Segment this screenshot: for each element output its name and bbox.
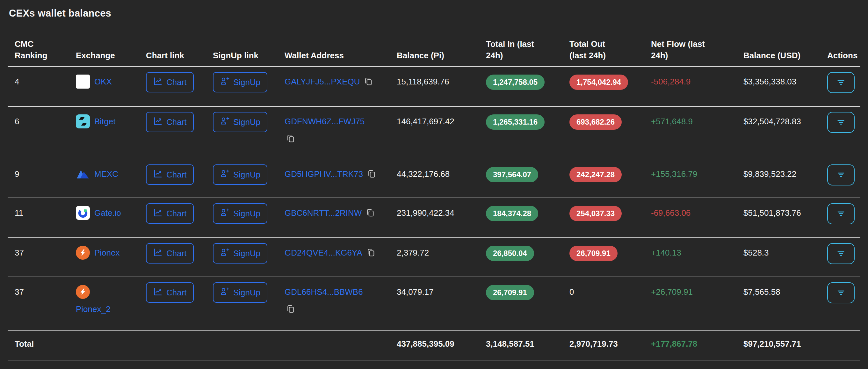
signup-link-button[interactable]: SignUp [213,72,267,92]
cmc-ranking-value: 11 [8,208,76,218]
mexc-logo-icon [76,167,90,181]
chart-link-button[interactable]: Chart [146,203,194,224]
signup-link-button[interactable]: SignUp [213,112,267,132]
chart-link-button[interactable]: Chart [146,164,194,185]
chart-link-button[interactable]: Chart [146,112,194,132]
wallet-cell: GD5HGPHV...TRK73 [284,169,397,181]
signup-link-button[interactable]: SignUp [213,282,267,303]
balance-usd-value: $7,565.58 [743,287,827,297]
line-chart-icon [153,208,162,220]
filter-lines-icon [836,169,846,181]
pionex-logo-icon [76,285,90,299]
copy-icon[interactable] [367,169,376,181]
wallet-address-link[interactable]: GBC6NRTT...2RINW [284,208,362,218]
wallet-cell: GALYJFJ5...PXEQU [284,76,397,88]
col-cmc-ranking: CMC Ranking [8,38,49,61]
filter-lines-icon [836,208,846,220]
actions-button[interactable] [827,282,855,303]
exchange-link[interactable]: MEXC [94,169,118,179]
balance-pi-value: 44,322,176.68 [397,169,486,179]
actions-button[interactable] [827,164,855,185]
total-in-badge: 1,247,758.05 [486,74,545,90]
chart-button-label: Chart [166,209,187,219]
balance-pi-value: 15,118,639.76 [397,76,486,87]
bitget-logo-icon [76,114,90,128]
line-chart-icon [153,116,162,128]
line-chart-icon [153,169,162,181]
col-wallet-address: Wallet Address [284,50,397,61]
chart-link-button[interactable]: Chart [146,282,194,303]
balance-pi-value: 34,079.17 [397,287,486,297]
signup-link-button[interactable]: SignUp [213,164,267,185]
filter-lines-icon [836,248,846,260]
wallet-cell: GBC6NRTT...2RINW [284,208,397,220]
wallet-cell: GDL66HS4...BBWB6 [284,287,397,316]
balance-pi-value: 2,379.72 [397,248,486,258]
cmc-ranking-value: 6 [8,116,76,126]
filter-lines-icon [836,77,846,89]
total-out-badge: 254,037.33 [569,206,622,221]
exchange-link[interactable]: Gate.io [94,208,121,218]
chart-link-button[interactable]: Chart [146,72,194,92]
person-add-icon [220,169,229,181]
wallet-cell: GD24QVE4...KG6YA [284,248,397,259]
actions-button[interactable] [827,112,855,133]
balance-usd-value: $32,504,728.83 [743,116,827,126]
table-header: CMC Ranking Exchange Chart link SignUp l… [8,19,860,67]
chart-button-label: Chart [166,249,187,258]
chart-button-label: Chart [166,78,187,87]
total-balance-usd: $97,210,557.71 [743,339,827,349]
balance-usd-value: $9,839,523.22 [743,169,827,179]
exchange-link[interactable]: Pionex_2 [76,304,141,314]
wallet-address-link[interactable]: GD5HGPHV...TRK73 [284,169,363,179]
total-out-badge: 242,247.28 [569,167,622,182]
chart-button-label: Chart [166,170,187,180]
page-title: CEXs wallet balances [9,8,860,19]
total-out-badge: 1,754,042.94 [569,74,628,90]
net-flow-value: -69,663.06 [651,208,743,218]
chart-link-button[interactable]: Chart [146,243,194,264]
copy-icon[interactable] [366,248,376,259]
actions-button[interactable] [827,72,855,93]
actions-button[interactable] [827,203,855,224]
signup-link-button[interactable]: SignUp [213,203,267,224]
line-chart-icon [153,76,162,88]
signup-button-label: SignUp [233,249,260,258]
gate-logo-icon [76,206,90,220]
net-flow-value: -506,284.9 [651,76,743,87]
copy-icon[interactable] [364,76,373,88]
chart-button-label: Chart [166,288,187,298]
exchange-cell: Pionex [76,246,146,260]
exchange-cell: Pionex_2 [76,285,146,314]
net-flow-value: +140.13 [651,248,743,258]
net-flow-value: +155,316.79 [651,169,743,179]
table-row: 9 MEXC Chart SignUp GD5HGPHV...TRK73 44,… [8,159,860,198]
person-add-icon [220,76,229,88]
col-balance-usd: Balance (USD) [743,50,827,61]
line-chart-icon [153,287,162,299]
exchange-link[interactable]: Bitget [94,116,116,126]
total-label: Total [8,339,76,349]
total-in-badge: 1,265,331.16 [486,114,545,130]
wallet-address-link[interactable]: GD24QVE4...KG6YA [284,248,362,257]
signup-link-button[interactable]: SignUp [213,243,267,264]
exchange-link[interactable]: OKX [94,76,112,87]
balance-usd-value: $528.3 [743,248,827,258]
copy-icon[interactable] [366,208,375,220]
net-flow-value: +571,648.9 [651,116,743,126]
total-in-badge: 26,850.04 [486,246,534,261]
copy-icon[interactable] [286,304,392,316]
person-add-icon [220,248,229,259]
copy-icon[interactable] [286,133,392,145]
signup-button-label: SignUp [233,117,260,127]
col-total-out: Total Out (last 24h) [569,38,628,61]
line-chart-icon [153,248,162,259]
total-net-flow: +177,867.78 [651,339,743,349]
exchange-link[interactable]: Pionex [94,248,120,258]
wallet-address-link[interactable]: GDFNWH6Z...FWJ75 [284,117,365,126]
actions-button[interactable] [827,243,855,264]
wallet-address-link[interactable]: GALYJFJ5...PXEQU [284,77,360,86]
wallet-address-link[interactable]: GDL66HS4...BBWB6 [284,287,363,297]
chart-button-label: Chart [166,117,187,127]
total-out-badge: 693,682.26 [569,114,622,130]
